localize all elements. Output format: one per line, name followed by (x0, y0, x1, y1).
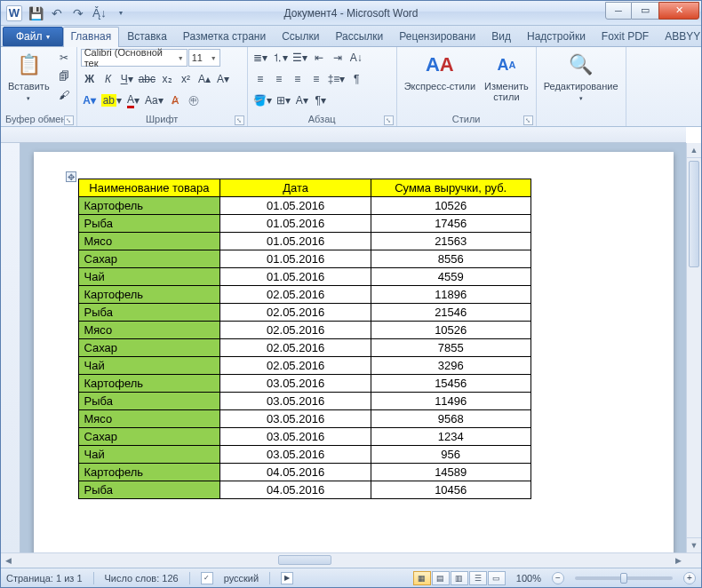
styles-launcher[interactable]: ⤡ (523, 115, 533, 125)
table-move-handle[interactable]: ✥ (66, 171, 76, 182)
table-cell[interactable]: Картофель (78, 375, 220, 393)
table-cell[interactable]: 01.05.2016 (220, 250, 371, 268)
table-cell[interactable]: 11496 (371, 393, 530, 410)
table-row[interactable]: Сахар03.05.20161234 (78, 428, 530, 446)
italic-button[interactable]: К (100, 70, 117, 88)
underline-button[interactable]: Ч▾ (118, 70, 136, 88)
table-row[interactable]: Мясо01.05.201621563 (78, 233, 530, 250)
table-cell[interactable]: 10526 (371, 197, 530, 215)
status-words[interactable]: Число слов: 126 (105, 573, 179, 584)
page-viewport[interactable]: ✥ Наименование товараДатаСумма выручки, … (20, 143, 686, 552)
macro-icon[interactable]: ▶ (281, 572, 293, 584)
decrease-indent-button[interactable]: ⇤ (310, 49, 328, 67)
change-styles-button[interactable]: AA Изменить стили (481, 49, 532, 104)
change-case-button[interactable]: Aa▾ (143, 91, 165, 109)
strike-button[interactable]: abc (137, 70, 157, 88)
paste-button[interactable]: 📋 Вставить▾ (4, 49, 53, 104)
grow-font-button[interactable]: A▴ (195, 70, 213, 88)
paragraph-launcher[interactable]: ⤡ (384, 115, 394, 125)
table-cell[interactable]: 10526 (371, 322, 530, 339)
redo-button[interactable]: ↷ (68, 4, 88, 23)
table-cell[interactable]: Чай (78, 268, 220, 286)
table-cell[interactable]: 9568 (371, 410, 530, 428)
table-cell[interactable]: Сахар (78, 339, 220, 357)
maximize-button[interactable]: ▭ (632, 2, 658, 20)
tab-вид[interactable]: Вид (483, 27, 519, 46)
save-button[interactable]: 💾 (26, 4, 45, 23)
qat-more[interactable]: ▾ (111, 4, 131, 23)
editing-button[interactable]: 🔍 Редактирование▾ (540, 49, 622, 104)
increase-indent-button[interactable]: ⇥ (329, 49, 347, 67)
table-cell[interactable]: 02.05.2016 (220, 304, 371, 322)
font-launcher[interactable]: ⤡ (235, 115, 244, 125)
table-cell[interactable]: 15456 (371, 375, 530, 393)
table-cell[interactable]: 14589 (371, 464, 530, 481)
cut-button[interactable]: ✂ (55, 49, 73, 67)
quick-styles-button[interactable]: AA Экспресс-стили (401, 49, 479, 93)
print-layout-view[interactable]: ▦ (413, 571, 431, 585)
shading-button[interactable]: 🪣▾ (251, 91, 274, 109)
table-row[interactable]: Чай02.05.20163296 (78, 357, 530, 375)
align-right-button[interactable]: ≡ (289, 70, 307, 88)
table-cell[interactable]: Мясо (78, 233, 220, 250)
vertical-ruler[interactable] (1, 143, 20, 552)
paragraph-marks-button[interactable]: ¶▾ (312, 91, 330, 109)
numbering-button[interactable]: ⒈▾ (270, 49, 290, 67)
table-cell[interactable]: 02.05.2016 (220, 357, 371, 375)
app-icon[interactable]: W (4, 4, 24, 23)
tab-foxit-pdf[interactable]: Foxit PDF (594, 27, 657, 46)
zoom-out-button[interactable]: − (552, 572, 564, 584)
document-page[interactable]: ✥ Наименование товараДатаСумма выручки, … (34, 152, 674, 552)
table-cell[interactable]: 956 (371, 446, 530, 464)
qat-customize[interactable]: Ą̌↓ (90, 4, 109, 23)
vertical-scrollbar[interactable]: ▲ ▼ (686, 143, 701, 552)
reading-view[interactable]: ▤ (432, 571, 450, 585)
table-cell[interactable]: 7855 (371, 339, 530, 357)
table-cell[interactable]: 03.05.2016 (220, 428, 371, 446)
horizontal-ruler[interactable] (1, 127, 686, 143)
font-color-button[interactable]: A▾ (124, 91, 142, 109)
shrink-font-button[interactable]: A▾ (214, 70, 232, 88)
table-cell[interactable]: 01.05.2016 (220, 268, 371, 286)
superscript-button[interactable]: x² (177, 70, 195, 88)
tab-главная[interactable]: Главная (63, 27, 120, 47)
zoom-slider-handle[interactable] (620, 573, 627, 584)
bold-button[interactable]: Ж (81, 70, 99, 88)
table-cell[interactable]: Картофель (78, 464, 220, 481)
horizontal-scrollbar[interactable]: ◀ ▶ (1, 552, 701, 568)
table-header[interactable]: Сумма выручки, руб. (371, 179, 530, 197)
table-header[interactable]: Наименование товара (78, 179, 220, 197)
tab-рассылки[interactable]: Рассылки (327, 27, 391, 46)
minimize-button[interactable]: ─ (605, 2, 632, 20)
scroll-up-icon[interactable]: ▲ (687, 143, 701, 158)
table-cell[interactable]: Рыба (78, 393, 220, 410)
highlight-button[interactable]: ab▾ (100, 91, 124, 109)
font-name-combo[interactable]: Calibri (Основной тек▼ (81, 49, 187, 67)
hscroll-thumb[interactable] (278, 555, 331, 565)
table-cell[interactable]: Сахар (78, 428, 220, 446)
table-cell[interactable]: 3296 (371, 357, 530, 375)
scroll-down-icon[interactable]: ▼ (687, 537, 701, 552)
table-cell[interactable]: 11896 (371, 286, 530, 304)
table-cell[interactable]: Мясо (78, 410, 220, 428)
format-painter-button[interactable]: 🖌 (55, 86, 73, 104)
table-cell[interactable]: 04.05.2016 (220, 464, 371, 481)
table-cell[interactable]: 4559 (371, 268, 530, 286)
justify-button[interactable]: ≡ (307, 70, 325, 88)
scroll-thumb[interactable] (689, 161, 699, 267)
subscript-button[interactable]: x₂ (158, 70, 176, 88)
align-center-button[interactable]: ≡ (270, 70, 288, 88)
table-cell[interactable]: Чай (78, 357, 220, 375)
table-cell[interactable]: 03.05.2016 (220, 410, 371, 428)
show-marks-button[interactable]: ¶ (347, 70, 365, 88)
table-cell[interactable]: 02.05.2016 (220, 322, 371, 339)
scroll-right-icon[interactable]: ▶ (671, 553, 686, 568)
tab-разметка-страни[interactable]: Разметка страни (175, 27, 274, 46)
table-row[interactable]: Картофель04.05.201614589 (78, 464, 530, 481)
borders-button[interactable]: ⊞▾ (275, 91, 292, 109)
draft-view[interactable]: ▭ (488, 571, 506, 585)
table-header[interactable]: Дата (220, 179, 371, 197)
bullets-button[interactable]: ≣▾ (251, 49, 269, 67)
table-cell[interactable]: 1234 (371, 428, 530, 446)
table-cell[interactable]: 04.05.2016 (220, 481, 371, 499)
